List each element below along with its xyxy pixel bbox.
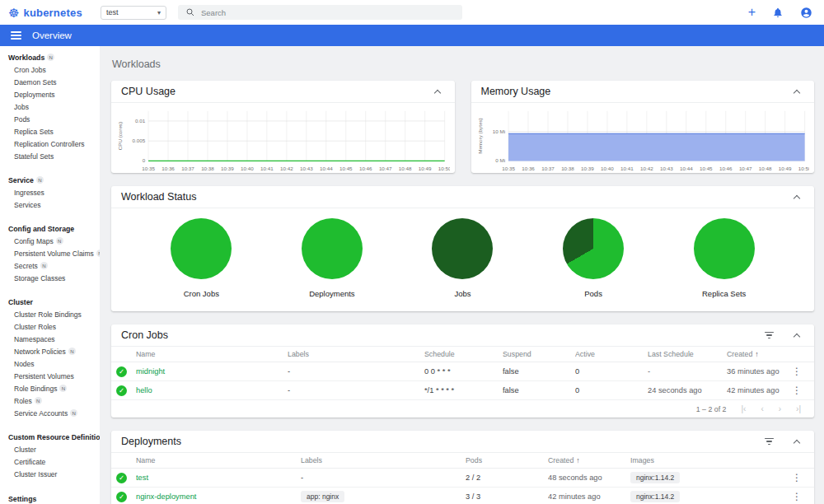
card-header: Deployments — [111, 431, 814, 453]
create-resource-button[interactable]: + — [748, 6, 756, 19]
sidebar-item-ingresses[interactable]: Ingresses — [0, 186, 100, 198]
row-menu-button[interactable]: ⋮ — [788, 491, 806, 502]
resource-link[interactable]: midnight — [136, 367, 288, 376]
sidebar-item-storage-classes[interactable]: Storage Classes — [0, 272, 100, 284]
svg-text:10:43: 10:43 — [300, 166, 313, 171]
column-header-schedule[interactable]: Schedule — [424, 350, 503, 358]
sidebar-item-service[interactable]: ServiceN — [0, 174, 100, 186]
column-label: Labels — [301, 456, 322, 464]
sidebar-item-deployments[interactable]: Deployments — [0, 88, 100, 100]
sidebar-item-settings[interactable]: Settings — [0, 492, 100, 504]
sidebar-item-cron-jobs[interactable]: Cron Jobs — [0, 63, 100, 76]
sidebar-item-certificate[interactable]: Certificate — [0, 455, 100, 468]
sidebar-item-label: Cron Jobs — [14, 66, 46, 74]
sidebar-item-label: Network Policies — [14, 348, 66, 356]
sidebar-item-service-accounts[interactable]: Service AccountsN — [0, 407, 100, 419]
sidebar-item-label: Role Bindings — [14, 385, 57, 393]
column-header-suspend[interactable]: Suspend — [503, 350, 575, 358]
pagination: 1 – 2 of 2 |‹ ‹ › ›| — [111, 400, 814, 418]
svg-text:10:44: 10:44 — [320, 166, 333, 171]
sidebar-item-roles[interactable]: RolesN — [0, 394, 100, 407]
column-header-created[interactable]: Created↑ — [727, 350, 788, 358]
previous-page-button[interactable]: ‹ — [761, 404, 763, 413]
first-page-button[interactable]: |‹ — [741, 404, 746, 413]
column-header-active[interactable]: Active — [575, 350, 648, 358]
filter-icon[interactable] — [762, 329, 776, 342]
row-menu-button[interactable]: ⋮ — [788, 472, 806, 483]
collapse-button[interactable] — [789, 189, 804, 204]
sidebar-item-jobs[interactable]: Jobs — [0, 100, 100, 113]
column-header-name[interactable]: Name — [136, 456, 301, 464]
memory-usage-chart: 10:3510:3610:3710:3810:3910:4010:4110:42… — [471, 103, 815, 173]
namespaced-badge-icon: N — [36, 176, 44, 184]
table-header-row: NameLabelsScheduleSuspendActiveLast Sche… — [111, 347, 814, 362]
sidebar-item-stateful-sets[interactable]: Stateful Sets — [0, 150, 100, 162]
search-input[interactable] — [201, 8, 455, 17]
brand[interactable]: ☸ kubernetes — [8, 7, 101, 19]
sidebar-item-secrets[interactable]: SecretsN — [0, 259, 100, 272]
column-header-pods[interactable]: Pods — [466, 456, 548, 464]
search-bar[interactable] — [178, 5, 462, 20]
chevron-up-icon — [794, 194, 800, 201]
sidebar-item-nodes[interactable]: Nodes — [0, 357, 100, 370]
resource-link[interactable]: hello — [136, 386, 288, 394]
sidebar-item-replica-sets[interactable]: Replica Sets — [0, 125, 100, 138]
sidebar-item-namespaces[interactable]: Namespaces — [0, 333, 100, 345]
column-header-labels[interactable]: Labels — [301, 456, 466, 464]
next-page-button[interactable]: › — [779, 404, 781, 413]
row-menu-button[interactable]: ⋮ — [788, 385, 806, 396]
sidebar-item-config-maps[interactable]: Config MapsN — [0, 235, 100, 247]
column-label: Created — [727, 350, 752, 358]
sidebar-item-services[interactable]: Services — [0, 198, 100, 211]
sidebar-item-cluster-roles[interactable]: Cluster Roles — [0, 320, 100, 333]
collapse-button[interactable] — [789, 328, 804, 343]
namespaced-badge-icon: N — [47, 54, 54, 61]
status-cell: ✓ — [116, 366, 136, 377]
account-button[interactable] — [800, 7, 812, 19]
collapse-button[interactable] — [430, 84, 445, 99]
sidebar-item-cluster-issuer[interactable]: Cluster Issuer — [0, 468, 100, 480]
relative-time: - — [648, 367, 727, 376]
sidebar-item-cluster-role-bindings[interactable]: Cluster Role Bindings — [0, 308, 100, 320]
sidebar-item-role-bindings[interactable]: Role BindingsN — [0, 382, 100, 394]
resource-link[interactable]: test — [136, 474, 301, 482]
sidebar-item-label: Persistent Volume Claims — [14, 250, 94, 258]
resource-link[interactable]: nginx-deployment — [136, 492, 301, 501]
relative-time: 24 seconds ago — [648, 386, 727, 394]
menu-button[interactable] — [11, 31, 21, 40]
column-header-labels[interactable]: Labels — [288, 350, 424, 358]
menu-cell: ⋮ — [788, 491, 806, 502]
sidebar-item-persistent-volume-claims[interactable]: Persistent Volume ClaimsN — [0, 247, 100, 259]
sidebar-item-label: Service Accounts — [14, 409, 68, 418]
column-header-name[interactable]: Name — [136, 350, 288, 358]
row-menu-button[interactable]: ⋮ — [788, 366, 806, 377]
pie-chart-replica-sets — [694, 218, 755, 279]
namespace-select[interactable]: test ▾ — [101, 6, 166, 20]
column-header-images[interactable]: Images — [630, 456, 788, 464]
menu-cell: ⋮ — [788, 472, 806, 483]
collapse-button[interactable] — [789, 434, 804, 449]
sidebar-item-workloads[interactable]: WorkloadsN — [0, 51, 100, 63]
collapse-button[interactable] — [789, 84, 804, 99]
column-header-created[interactable]: Created↑ — [548, 456, 630, 464]
relative-time: 42 minutes ago — [727, 386, 788, 394]
sidebar-item-replication-controllers[interactable]: Replication Controllers — [0, 138, 100, 150]
sidebar-item-label: Jobs — [14, 103, 29, 111]
column-header-last-schedule[interactable]: Last Schedule — [648, 350, 727, 358]
column-label: Pods — [466, 456, 482, 464]
bell-icon — [772, 7, 784, 18]
pie-chart-pods — [563, 218, 624, 279]
last-page-button[interactable]: ›| — [796, 404, 801, 413]
sidebar-item-pods[interactable]: Pods — [0, 113, 100, 125]
column-label: Labels — [288, 350, 309, 358]
relative-time: 36 minutes ago — [727, 367, 788, 376]
sidebar-item-persistent-volumes[interactable]: Persistent Volumes — [0, 370, 100, 382]
notifications-button[interactable] — [772, 7, 784, 18]
sidebar-item-network-policies[interactable]: Network PoliciesN — [0, 345, 100, 357]
sidebar-item-cluster[interactable]: Cluster — [0, 443, 100, 455]
svg-text:10:40: 10:40 — [241, 166, 254, 171]
sidebar-item-daemon-sets[interactable]: Daemon Sets — [0, 76, 100, 88]
filter-icon[interactable] — [762, 436, 776, 448]
table-cell: - — [288, 386, 424, 394]
memory-plot: 10:3510:3610:3710:3810:3910:4010:4110:42… — [475, 105, 810, 173]
